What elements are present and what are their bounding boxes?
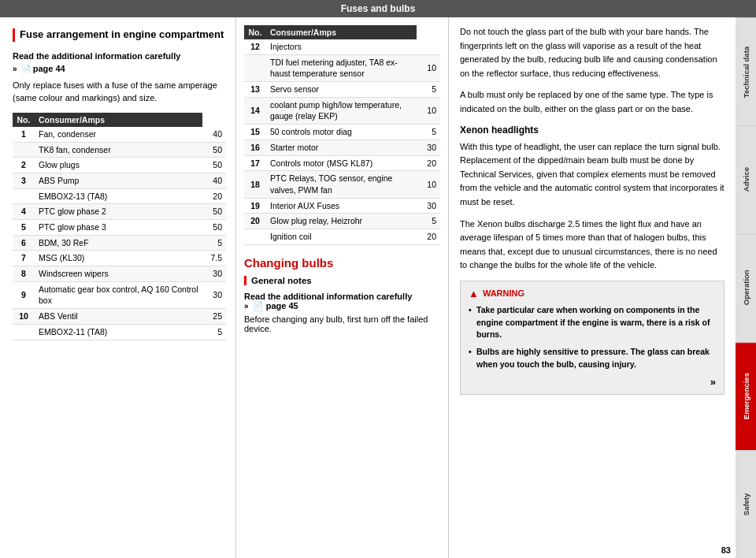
table-row: TK8 fan, condenser50 [13,142,226,158]
row-amps: 10 [417,171,440,198]
row-consumer: Glow plug relay, Heizrohr [266,214,417,229]
row-consumer: MSG (KL30) [35,251,202,266]
row-amps: 5 [417,82,440,98]
table-row: 7MSG (KL30)7.5 [13,251,226,266]
row-consumer: Ignition coil [266,229,417,244]
book-icon: 📄 [21,65,31,73]
xenon-para-2: The Xenon bulbs discharge 2.5 times the … [460,218,724,273]
table-row: 1Fan, condenser40 [13,127,226,142]
row-amps: 5 [202,324,226,340]
row-number: 10 [13,309,35,325]
mid-col-header-no: No. [244,25,266,39]
xenon-para-1: With this type of headlight, the user ca… [460,140,724,210]
row-amps: 25 [202,309,226,325]
row-consumer: ABS Pump [35,173,202,188]
right-para-1: Do not touch the glass part of the bulb … [460,25,724,80]
table-row: 16Starter motor30 [244,140,440,155]
table-row: 6BDM, 30 ReF5 [13,235,226,251]
main-content: Fuse arrangement in engine compartment R… [0,17,756,558]
row-consumer: TK8 fan, condenser [35,142,202,158]
row-number [13,188,35,204]
row-number: 13 [244,82,266,98]
col-header-consumer: Consumer/Amps [35,113,202,127]
side-tab-advice[interactable]: Advice [736,125,756,233]
table-row: EMBOX2-13 (TA8)20 [13,188,226,204]
fuse-table-left: No. Consumer/Amps 1Fan, condenser40TK8 f… [13,113,226,340]
row-number: 7 [13,251,35,266]
row-number: 2 [13,158,35,173]
row-consumer: EMBOX2-11 (TA8) [35,324,202,340]
row-amps: 50 [202,142,226,158]
row-number: 3 [13,173,35,188]
side-tab-technical-data[interactable]: Technical data [736,17,756,125]
side-tab-safety[interactable]: Safety [736,450,756,558]
row-consumer: Glow plugs [35,158,202,173]
row-number [244,229,266,244]
row-amps: 5 [202,235,226,251]
row-amps: 20 [417,229,440,244]
side-tab-emergencies[interactable]: Emergencies [736,342,756,450]
row-consumer: Windscreen wipers [35,266,202,282]
side-tabs: Technical dataAdviceOperationEmergencies… [736,17,756,558]
middle-panel: No. Consumer/Amps 12InjectorsTDI fuel me… [236,17,449,558]
right-para-2: A bulb must only be replaced by one of t… [460,88,724,116]
row-amps: 10 [417,97,440,124]
table-row: 9Automatic gear box control, AQ 160 Cont… [13,281,226,308]
row-number: 6 [13,235,35,251]
table-row: 2Glow plugs50 [13,158,226,173]
warning-title: ▲ WARNING [469,288,716,299]
read-info-left: Read the additional information carefull… [13,50,226,76]
row-amps: 50 [202,158,226,173]
changing-bulbs-section: Changing bulbs General notes Read the ad… [244,256,440,333]
row-amps: 7.5 [202,251,226,266]
row-consumer: Controls motor (MSG KL87) [266,155,417,171]
row-amps [417,39,440,54]
page-number: 83 [721,545,731,555]
side-tab-operation[interactable]: Operation [736,233,756,341]
row-consumer: PTC glow phase 3 [35,220,202,236]
book-icon2: 📄 [253,301,264,311]
row-amps: 5 [417,214,440,229]
row-amps: 20 [202,188,226,204]
row-consumer: Interior AUX Fuses [266,198,417,214]
row-number [13,324,35,340]
row-number: 9 [13,281,35,308]
table-row: 1550 controls motor diag5 [244,125,440,140]
row-number: 4 [13,204,35,220]
row-number: 14 [244,97,266,124]
row-consumer: EMBOX2-13 (TA8) [35,188,202,204]
warning-box: ▲ WARNING Take particular care when work… [460,281,724,395]
changing-bulbs-description: Before changing any bulb, first turn off… [244,314,440,333]
row-consumer: coolant pump high/low temperature, gauge… [266,97,417,124]
table-row: 14coolant pump high/low temperature, gau… [244,97,440,124]
table-row: 8Windscreen wipers30 [13,266,226,282]
read-info-middle: Read the additional information carefull… [244,292,440,311]
changing-bulbs-heading: Changing bulbs [244,256,440,270]
warning-item: Take particular care when working on com… [469,304,716,341]
table-row: TDI fuel metering adjuster, TA8 ex-haust… [244,54,440,81]
table-row: 3ABS Pump40 [13,173,226,188]
row-amps: 30 [417,140,440,155]
row-amps: 10 [417,54,440,81]
table-row: 10ABS Ventil25 [13,309,226,325]
row-consumer: Starter motor [266,140,417,155]
arrow-icon2: » [244,302,249,311]
table-row: 12Injectors [244,39,440,54]
table-row: 17Controls motor (MSG KL87)20 [244,155,440,171]
row-consumer: Injectors [266,39,417,54]
row-consumer: ABS Ventil [35,309,202,325]
general-notes-box: General notes [244,276,440,285]
warning-triangle-icon: ▲ [469,288,479,299]
mid-col-header-consumer: Consumer/Amps [266,25,417,39]
row-amps: 50 [202,220,226,236]
row-consumer: PTC glow phase 2 [35,204,202,220]
table-row: 4PTC glow phase 250 [13,204,226,220]
row-number: 15 [244,125,266,140]
arrow-icon: » [13,65,17,73]
row-consumer: Fan, condenser [35,127,202,142]
content-area: Fuse arrangement in engine compartment R… [0,17,736,558]
row-consumer: Servo sensor [266,82,417,98]
row-number: 17 [244,155,266,171]
row-consumer: TDI fuel metering adjuster, TA8 ex-haust… [266,54,417,81]
table-row: 20Glow plug relay, Heizrohr5 [244,214,440,229]
